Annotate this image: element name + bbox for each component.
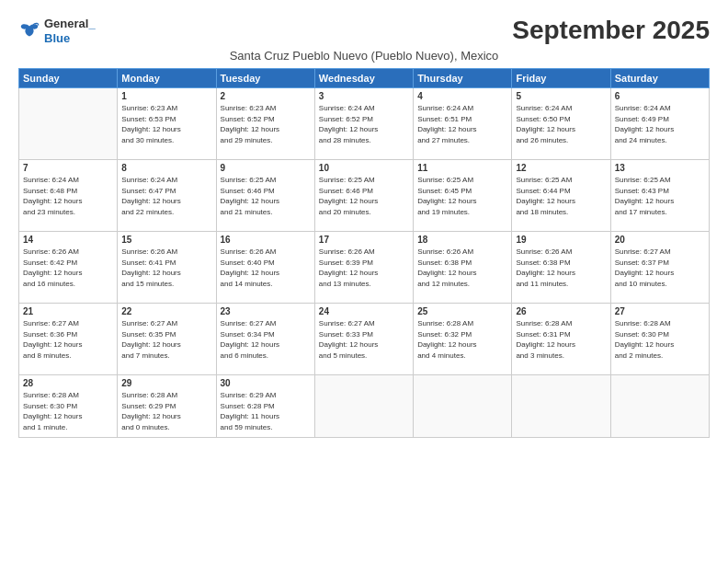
- day-header-saturday: Saturday: [610, 69, 709, 88]
- cell-info: Sunrise: 6:26 AMSunset: 6:38 PMDaylight:…: [417, 247, 507, 289]
- day-header-wednesday: Wednesday: [314, 69, 413, 88]
- calendar-cell: 17Sunrise: 6:26 AMSunset: 6:39 PMDayligh…: [314, 232, 413, 304]
- calendar-cell: 19Sunrise: 6:26 AMSunset: 6:38 PMDayligh…: [512, 232, 610, 304]
- page: General_ Blue September 2025 Santa Cruz …: [0, 0, 728, 563]
- calendar-cell: 28Sunrise: 6:28 AMSunset: 6:30 PMDayligh…: [19, 375, 118, 438]
- day-number: 24: [319, 306, 409, 316]
- day-number: 18: [417, 235, 507, 245]
- title-block: September 2025: [512, 17, 710, 45]
- day-number: 25: [417, 306, 507, 316]
- logo-text: General_ Blue: [44, 17, 96, 45]
- calendar-cell: 1Sunrise: 6:23 AMSunset: 6:53 PMDaylight…: [118, 88, 216, 160]
- cell-info: Sunrise: 6:29 AMSunset: 6:28 PMDaylight:…: [221, 390, 311, 432]
- calendar-cell: [314, 375, 413, 438]
- calendar-cell: [610, 375, 709, 438]
- calendar-cell: 12Sunrise: 6:25 AMSunset: 6:44 PMDayligh…: [512, 160, 610, 232]
- calendar-cell: 21Sunrise: 6:27 AMSunset: 6:36 PMDayligh…: [19, 304, 118, 375]
- calendar-cell: 25Sunrise: 6:28 AMSunset: 6:32 PMDayligh…: [414, 304, 512, 375]
- calendar-cell: 27Sunrise: 6:28 AMSunset: 6:30 PMDayligh…: [610, 304, 709, 375]
- calendar-cell: 30Sunrise: 6:29 AMSunset: 6:28 PMDayligh…: [216, 375, 314, 438]
- cell-info: Sunrise: 6:28 AMSunset: 6:30 PMDaylight:…: [23, 390, 113, 432]
- cell-info: Sunrise: 6:26 AMSunset: 6:38 PMDaylight:…: [516, 247, 606, 289]
- cell-info: Sunrise: 6:27 AMSunset: 6:35 PMDaylight:…: [121, 318, 211, 361]
- cell-info: Sunrise: 6:23 AMSunset: 6:53 PMDaylight:…: [121, 103, 211, 145]
- calendar-cell: 26Sunrise: 6:28 AMSunset: 6:31 PMDayligh…: [512, 304, 610, 375]
- day-number: 16: [221, 235, 311, 245]
- logo-bird-icon: [18, 20, 40, 42]
- day-number: 28: [23, 378, 113, 388]
- header: General_ Blue September 2025: [18, 17, 710, 45]
- day-number: 23: [221, 306, 311, 316]
- calendar-week-2: 7Sunrise: 6:24 AMSunset: 6:48 PMDaylight…: [19, 160, 710, 232]
- day-number: 14: [23, 235, 113, 245]
- cell-info: Sunrise: 6:24 AMSunset: 6:49 PMDaylight:…: [615, 103, 705, 145]
- calendar-header-row: SundayMondayTuesdayWednesdayThursdayFrid…: [19, 69, 710, 88]
- calendar-cell: 20Sunrise: 6:27 AMSunset: 6:37 PMDayligh…: [610, 232, 709, 304]
- cell-info: Sunrise: 6:24 AMSunset: 6:47 PMDaylight:…: [121, 175, 211, 217]
- cell-info: Sunrise: 6:27 AMSunset: 6:34 PMDaylight:…: [221, 318, 311, 361]
- day-number: 21: [23, 306, 113, 316]
- calendar-cell: 8Sunrise: 6:24 AMSunset: 6:47 PMDaylight…: [118, 160, 216, 232]
- day-header-friday: Friday: [512, 69, 610, 88]
- cell-info: Sunrise: 6:24 AMSunset: 6:50 PMDaylight:…: [516, 103, 606, 145]
- month-title: September 2025: [512, 17, 710, 45]
- day-number: 4: [417, 91, 507, 101]
- cell-info: Sunrise: 6:23 AMSunset: 6:52 PMDaylight:…: [221, 103, 311, 145]
- day-header-sunday: Sunday: [19, 69, 118, 88]
- day-number: 30: [221, 378, 311, 388]
- calendar-cell: 18Sunrise: 6:26 AMSunset: 6:38 PMDayligh…: [414, 232, 512, 304]
- calendar-cell: 15Sunrise: 6:26 AMSunset: 6:41 PMDayligh…: [118, 232, 216, 304]
- calendar-cell: 4Sunrise: 6:24 AMSunset: 6:51 PMDaylight…: [414, 88, 512, 160]
- cell-info: Sunrise: 6:24 AMSunset: 6:52 PMDaylight:…: [319, 103, 409, 145]
- calendar-cell: 14Sunrise: 6:26 AMSunset: 6:42 PMDayligh…: [19, 232, 118, 304]
- day-number: 20: [615, 235, 705, 245]
- calendar-week-4: 21Sunrise: 6:27 AMSunset: 6:36 PMDayligh…: [19, 304, 710, 375]
- day-number: 17: [319, 235, 409, 245]
- day-header-tuesday: Tuesday: [216, 69, 314, 88]
- cell-info: Sunrise: 6:28 AMSunset: 6:32 PMDaylight:…: [417, 318, 507, 361]
- cell-info: Sunrise: 6:28 AMSunset: 6:30 PMDaylight:…: [615, 318, 705, 361]
- calendar-body: 1Sunrise: 6:23 AMSunset: 6:53 PMDaylight…: [19, 88, 710, 438]
- day-header-thursday: Thursday: [414, 69, 512, 88]
- calendar-cell: 6Sunrise: 6:24 AMSunset: 6:49 PMDaylight…: [610, 88, 709, 160]
- cell-info: Sunrise: 6:28 AMSunset: 6:31 PMDaylight:…: [516, 318, 606, 361]
- cell-info: Sunrise: 6:28 AMSunset: 6:29 PMDaylight:…: [121, 390, 211, 432]
- calendar-cell: 13Sunrise: 6:25 AMSunset: 6:43 PMDayligh…: [610, 160, 709, 232]
- cell-info: Sunrise: 6:27 AMSunset: 6:37 PMDaylight:…: [615, 247, 705, 289]
- day-number: 2: [221, 91, 311, 101]
- cell-info: Sunrise: 6:26 AMSunset: 6:39 PMDaylight:…: [319, 247, 409, 289]
- day-number: 3: [319, 91, 409, 101]
- calendar-cell: 2Sunrise: 6:23 AMSunset: 6:52 PMDaylight…: [216, 88, 314, 160]
- calendar-cell: 24Sunrise: 6:27 AMSunset: 6:33 PMDayligh…: [314, 304, 413, 375]
- day-number: 6: [615, 91, 705, 101]
- day-number: 5: [516, 91, 606, 101]
- calendar-cell: 7Sunrise: 6:24 AMSunset: 6:48 PMDaylight…: [19, 160, 118, 232]
- logo: General_ Blue: [18, 17, 96, 45]
- cell-info: Sunrise: 6:25 AMSunset: 6:44 PMDaylight:…: [516, 175, 606, 217]
- cell-info: Sunrise: 6:24 AMSunset: 6:51 PMDaylight:…: [417, 103, 507, 145]
- cell-info: Sunrise: 6:26 AMSunset: 6:41 PMDaylight:…: [121, 247, 211, 289]
- day-header-monday: Monday: [118, 69, 216, 88]
- cell-info: Sunrise: 6:25 AMSunset: 6:45 PMDaylight:…: [417, 175, 507, 217]
- day-number: 10: [319, 163, 409, 173]
- cell-info: Sunrise: 6:24 AMSunset: 6:48 PMDaylight:…: [23, 175, 113, 217]
- calendar-week-3: 14Sunrise: 6:26 AMSunset: 6:42 PMDayligh…: [19, 232, 710, 304]
- cell-info: Sunrise: 6:26 AMSunset: 6:40 PMDaylight:…: [221, 247, 311, 289]
- day-number: 26: [516, 306, 606, 316]
- calendar-cell: [512, 375, 610, 438]
- calendar-cell: 9Sunrise: 6:25 AMSunset: 6:46 PMDaylight…: [216, 160, 314, 232]
- calendar-cell: 29Sunrise: 6:28 AMSunset: 6:29 PMDayligh…: [118, 375, 216, 438]
- calendar-cell: [414, 375, 512, 438]
- day-number: 7: [23, 163, 113, 173]
- cell-info: Sunrise: 6:27 AMSunset: 6:36 PMDaylight:…: [23, 318, 113, 361]
- cell-info: Sunrise: 6:25 AMSunset: 6:46 PMDaylight:…: [221, 175, 311, 217]
- day-number: 27: [615, 306, 705, 316]
- calendar-cell: 5Sunrise: 6:24 AMSunset: 6:50 PMDaylight…: [512, 88, 610, 160]
- calendar-cell: 11Sunrise: 6:25 AMSunset: 6:45 PMDayligh…: [414, 160, 512, 232]
- calendar-week-5: 28Sunrise: 6:28 AMSunset: 6:30 PMDayligh…: [19, 375, 710, 438]
- cell-info: Sunrise: 6:25 AMSunset: 6:43 PMDaylight:…: [615, 175, 705, 217]
- day-number: 9: [221, 163, 311, 173]
- day-number: 22: [121, 306, 211, 316]
- calendar-cell: 23Sunrise: 6:27 AMSunset: 6:34 PMDayligh…: [216, 304, 314, 375]
- calendar-cell: [19, 88, 118, 160]
